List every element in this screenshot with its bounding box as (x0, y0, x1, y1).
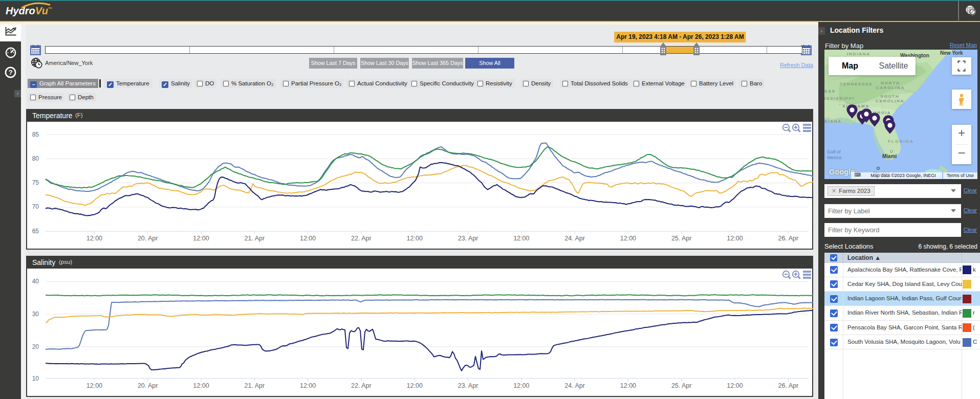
svg-text:80: 80 (32, 155, 39, 162)
svg-text:12:00: 12:00 (513, 382, 529, 389)
svg-text:12:00: 12:00 (513, 235, 529, 242)
svg-text:12:00: 12:00 (300, 235, 316, 242)
svg-text:85: 85 (32, 131, 39, 138)
svg-text:12:00: 12:00 (620, 382, 636, 389)
svg-text:12:00: 12:00 (300, 382, 316, 389)
svg-text:12:00: 12:00 (407, 382, 423, 389)
svg-text:26. Apr: 26. Apr (778, 235, 798, 242)
svg-text:20. Apr: 20. Apr (138, 382, 158, 389)
svg-text:24. Apr: 24. Apr (564, 382, 585, 389)
svg-text:30: 30 (32, 311, 39, 318)
svg-text:12:00: 12:00 (86, 382, 102, 389)
svg-text:12:00: 12:00 (727, 382, 743, 389)
svg-text:12:00: 12:00 (407, 235, 423, 242)
svg-text:65: 65 (32, 228, 39, 235)
svg-text:?: ? (8, 69, 12, 76)
svg-text:12:00: 12:00 (193, 382, 209, 389)
svg-text:12:00: 12:00 (193, 235, 209, 242)
svg-text:75: 75 (32, 179, 39, 186)
svg-text:22. Apr: 22. Apr (351, 382, 372, 389)
svg-text:12:00: 12:00 (727, 235, 743, 242)
svg-text:25. Apr: 25. Apr (671, 382, 692, 389)
svg-text:26. Apr: 26. Apr (778, 382, 798, 389)
svg-text:70: 70 (32, 203, 39, 210)
svg-text:20: 20 (32, 343, 39, 350)
svg-text:24. Apr: 24. Apr (564, 235, 585, 242)
svg-text:40: 40 (32, 278, 39, 285)
svg-text:12:00: 12:00 (86, 235, 102, 242)
svg-text:23. Apr: 23. Apr (458, 382, 478, 389)
svg-text:25. Apr: 25. Apr (671, 235, 692, 242)
svg-text:12:00: 12:00 (620, 235, 636, 242)
svg-text:21. Apr: 21. Apr (244, 235, 265, 242)
svg-text:23. Apr: 23. Apr (458, 235, 478, 242)
svg-text:20. Apr: 20. Apr (138, 235, 158, 242)
svg-text:10: 10 (32, 375, 39, 382)
svg-text:21. Apr: 21. Apr (244, 382, 265, 389)
svg-text:22. Apr: 22. Apr (351, 235, 372, 242)
